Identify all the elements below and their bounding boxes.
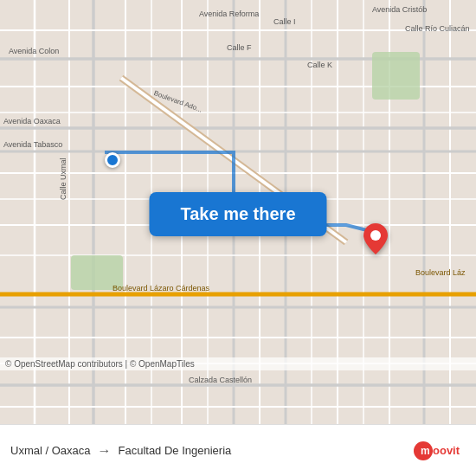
svg-text:Boulevard Láz: Boulevard Láz bbox=[415, 268, 466, 277]
svg-text:Calzada Castellón: Calzada Castellón bbox=[189, 376, 252, 384]
svg-text:Avenida Tabasco: Avenida Tabasco bbox=[3, 140, 62, 149]
bottom-bar: Uxmal / Oaxaca → Facultad De Ingenieria … bbox=[0, 424, 476, 476]
svg-text:Calle Río Culiacán: Calle Río Culiacán bbox=[405, 24, 470, 33]
svg-text:Avenida Oaxaca: Avenida Oaxaca bbox=[3, 117, 61, 125]
route-arrow: → bbox=[97, 443, 111, 459]
svg-text:Calle Uxmal: Calle Uxmal bbox=[59, 158, 68, 200]
svg-text:Boulevard Lázaro Cárdenas: Boulevard Lázaro Cárdenas bbox=[113, 284, 210, 293]
svg-text:Calle K: Calle K bbox=[307, 61, 332, 69]
take-me-there-button[interactable]: Take me there bbox=[149, 192, 326, 236]
route-origin: Uxmal / Oaxaca bbox=[10, 444, 90, 457]
svg-text:Avenida Cristób: Avenida Cristób bbox=[372, 5, 427, 14]
user-location-dot bbox=[105, 152, 120, 168]
moovit-logo: m oovit bbox=[414, 441, 466, 460]
svg-text:Avenida Reforma: Avenida Reforma bbox=[199, 10, 259, 18]
attribution: © OpenStreetMap contributors | © OpenMap… bbox=[0, 357, 476, 370]
svg-text:Calle F: Calle F bbox=[227, 43, 252, 52]
route-info: Uxmal / Oaxaca → Facultad De Ingenieria … bbox=[10, 441, 466, 460]
app: Avenida Cristób Avenida Reforma Avenida … bbox=[0, 0, 476, 476]
svg-point-51 bbox=[370, 230, 381, 241]
route-destination: Facultad De Ingenieria bbox=[118, 444, 231, 457]
svg-text:Calle I: Calle I bbox=[273, 17, 296, 26]
svg-text:oovit: oovit bbox=[433, 444, 460, 457]
map-container: Avenida Cristób Avenida Reforma Avenida … bbox=[0, 0, 476, 424]
destination-pin bbox=[363, 223, 388, 258]
svg-text:Avenida Colon: Avenida Colon bbox=[9, 47, 59, 55]
svg-text:m: m bbox=[421, 445, 430, 457]
svg-rect-36 bbox=[372, 52, 420, 100]
